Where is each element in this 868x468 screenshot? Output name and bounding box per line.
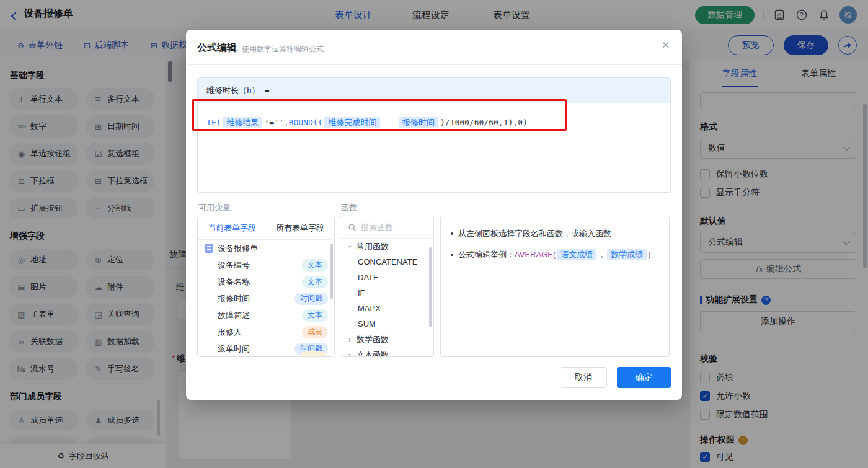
modal-header: 公式编辑 使用数学运算符编辑公式 ×: [186, 30, 682, 65]
search-icon: [348, 223, 356, 232]
variable-row[interactable]: 设备编号文本: [198, 257, 334, 273]
chevron-collapsed-icon: ›: [347, 335, 353, 344]
field-type-badge: 文本: [302, 276, 328, 288]
formula-target: 维修时长（h） =: [198, 78, 670, 103]
function-group[interactable]: ›文本函数: [340, 347, 433, 357]
function-item[interactable]: IF: [340, 285, 433, 301]
variable-row[interactable]: 报修人成员: [198, 324, 334, 340]
variables-root-node[interactable]: 设备报修单: [198, 240, 334, 257]
formula-field-chip: 报修时间: [399, 117, 438, 128]
formula-field-chip: 维修结果: [223, 117, 262, 128]
confirm-button[interactable]: 确定: [617, 367, 671, 388]
help-line-1: 从左侧面板选择字段名和函数，或输入函数: [451, 227, 659, 240]
example-field-chip: 语文成绩: [557, 249, 596, 260]
function-group[interactable]: ›数学函数: [340, 332, 433, 347]
field-type-badge: 成员: [302, 326, 328, 338]
cancel-button[interactable]: 取消: [560, 367, 607, 388]
function-group[interactable]: ›常用函数: [340, 239, 433, 254]
function-item[interactable]: SUM: [340, 316, 433, 332]
close-icon[interactable]: ×: [662, 38, 670, 52]
chevron-expanded-icon: ›: [345, 244, 354, 250]
field-type-badge: 文本: [302, 259, 328, 272]
variables-label: 可用变量: [198, 202, 231, 213]
form-doc-icon: [205, 244, 213, 253]
help-line-2: 公式编辑举例：AVERAGE(语文成绩，数学成绩): [451, 249, 659, 261]
field-type-badge: 时间戳: [294, 293, 328, 305]
tab-all-form-fields[interactable]: 所有表单字段: [266, 216, 334, 239]
function-search[interactable]: 搜索函数: [340, 216, 433, 239]
screen: 设备报修单 表单设计 流程设定 表单设置 数据管理 A ? 检 ⊘表单外链 ⊡后…: [0, 0, 868, 468]
variables-scrollbar[interactable]: [330, 244, 333, 299]
modal-title: 公式编辑: [197, 42, 237, 55]
variable-row[interactable]: 故障简述文本: [198, 307, 334, 324]
functions-scrollbar[interactable]: [429, 247, 432, 327]
formula-editor-modal: 公式编辑 使用数学运算符编辑公式 × 维修时长（h） = IF(维修结果!=''…: [186, 30, 682, 400]
variables-panel: 当前表单字段 所有表单字段 设备报修单 设备编号文本设备名称文本报修时间时间戳故…: [197, 216, 335, 357]
formula-input[interactable]: IF(维修结果!='',ROUND((维修完成时间 - 报修时间)/1000/6…: [198, 103, 670, 143]
functions-label: 函数: [341, 202, 357, 213]
tab-current-form-fields[interactable]: 当前表单字段: [198, 216, 266, 239]
formula-code: -: [382, 118, 396, 127]
formula-code: )/1000/60/60,1),0): [440, 118, 528, 127]
search-placeholder: 搜索函数: [361, 222, 393, 233]
functions-panel: 搜索函数 ›常用函数CONCATENATEDATEIFMAPXSUM›数学函数›…: [340, 216, 434, 357]
function-item[interactable]: CONCATENATE: [340, 254, 433, 270]
formula-code: IF(: [206, 118, 221, 127]
modal-subtitle: 使用数学运算符编辑公式: [242, 44, 324, 55]
example-field-chip: 数学成绩: [607, 249, 647, 260]
formula-code: ROUND((: [289, 118, 323, 127]
help-panel: 从左侧面板选择字段名和函数，或输入函数 公式编辑举例：AVERAGE(语文成绩，…: [440, 216, 670, 357]
field-type-badge: 文本: [302, 309, 328, 322]
formula-code: !='',: [264, 118, 288, 127]
chevron-collapsed-icon: ›: [347, 351, 353, 358]
function-item[interactable]: DATE: [340, 270, 433, 285]
formula-field-chip: 维修完成时间: [324, 117, 380, 128]
function-item[interactable]: MAPX: [340, 301, 433, 316]
clipped-badge: [299, 351, 327, 357]
formula-editor: 维修时长（h） = IF(维修结果!='',ROUND((维修完成时间 - 报修…: [197, 77, 671, 193]
variable-row[interactable]: 设备名称文本: [198, 273, 334, 290]
variable-row[interactable]: 报修时间时间戳: [198, 290, 334, 307]
